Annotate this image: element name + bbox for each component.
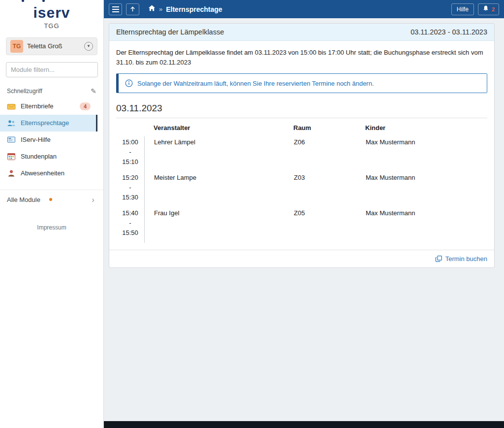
notification-count-badge: 2	[492, 6, 495, 12]
all-modules-link[interactable]: Alle Module ›	[0, 190, 103, 209]
quick-access-label: Schnellzugriff	[7, 88, 42, 95]
timetable-icon	[7, 152, 16, 161]
info-alert: Solange der Wahlzeitraum läuft, können S…	[116, 73, 487, 93]
slot-start-time: 15:00	[122, 138, 138, 147]
notification-dot-icon	[49, 198, 52, 201]
sidebar-item-stundenplan[interactable]: Stundenplan	[0, 148, 97, 165]
slot-end-time: 15:30	[122, 194, 138, 202]
chevron-right-icon: ›	[92, 196, 94, 204]
day-heading: 03.11.2023	[116, 103, 487, 114]
sidebar-item-label: Elternsprechtage	[21, 119, 69, 127]
schedule-row: 15:20 - 15:30 Meister Lampe Z03 Max Must…	[116, 172, 487, 207]
sidebar-item-elternsprechtage[interactable]: Elternsprechtage	[0, 115, 97, 132]
time-separator: -	[129, 148, 131, 157]
main-content: Elternsprechtag der Lämpelklasse 03.11.2…	[104, 18, 504, 421]
slot-start-time: 15:40	[122, 209, 138, 218]
time-separator: -	[129, 219, 131, 228]
info-alert-text: Solange der Wahlzeitraum läuft, können S…	[137, 80, 374, 87]
sidebar-item-iserv-hilfe[interactable]: IServ-Hilfe	[0, 132, 97, 148]
absence-icon	[7, 169, 16, 178]
book-appointment-link[interactable]: Termin buchen	[435, 255, 487, 263]
slot-start-time: 15:20	[122, 174, 138, 182]
panel-description: Der Elternsprechtag der Lämpelklasse fin…	[116, 48, 487, 67]
letters-icon	[7, 102, 16, 111]
slot-raum: Z03	[294, 174, 366, 207]
user-name: Teletta Groß	[27, 42, 80, 50]
slot-kinder: Max Mustermann	[366, 138, 487, 172]
chevron-down-icon: ▼	[84, 42, 93, 51]
home-icon[interactable]	[148, 4, 156, 14]
book-appointment-label: Termin buchen	[445, 255, 487, 263]
help-button[interactable]: Hilfe	[451, 3, 474, 15]
breadcrumb-separator: »	[159, 5, 162, 13]
top-navigation-bar: » Elternsprechtage Hilfe 2	[104, 0, 504, 18]
iserv-logo[interactable]: iserv	[0, 0, 103, 21]
schedule-header-row: Veranstalter Raum Kinder	[116, 120, 487, 136]
sidebar: iserv TGG TG Teletta Groß ▼ Schnellzugri…	[0, 0, 104, 428]
elternsprechtag-panel: Elternsprechtag der Lämpelklasse 03.11.2…	[109, 23, 495, 268]
help-screen-icon	[7, 135, 16, 144]
slot-kinder: Max Mustermann	[366, 209, 487, 243]
all-modules-label: Alle Module	[7, 196, 40, 203]
sidebar-item-elternbriefe[interactable]: Elternbriefe 4	[0, 98, 97, 115]
schedule-row: 15:00 - 15:10 Lehrer Lämpel Z06 Max Must…	[116, 136, 487, 172]
breadcrumb: » Elternsprechtage	[148, 4, 222, 14]
slot-veranstalter: Meister Lampe	[154, 174, 294, 207]
booking-copy-icon	[435, 255, 442, 263]
page-title[interactable]: Elternsprechtage	[166, 5, 222, 13]
time-separator: -	[129, 184, 131, 192]
slot-kinder: Max Mustermann	[366, 174, 487, 207]
schedule-row: 15:40 - 15:50 Frau Igel Z05 Max Musterma…	[116, 207, 487, 243]
slot-end-time: 15:50	[122, 229, 138, 237]
divider	[116, 118, 487, 118]
footer-bar	[104, 421, 504, 428]
column-header-raum: Raum	[293, 124, 365, 132]
iserv-logo-text: iserv	[33, 5, 70, 21]
edit-pencil-icon[interactable]: ✎	[91, 87, 96, 95]
sidebar-item-label: Elternbriefe	[21, 102, 53, 110]
panel-title: Elternsprechtag der Lämpelklasse	[116, 28, 224, 36]
sidebar-item-abwesenheiten[interactable]: Abwesenheiten	[0, 165, 97, 182]
avatar: TG	[10, 40, 23, 53]
slot-veranstalter: Lehrer Lämpel	[154, 138, 294, 172]
sidebar-item-label: Stundenplan	[21, 153, 57, 160]
sidebar-item-label: Abwesenheiten	[21, 169, 64, 177]
notifications-button[interactable]: 2	[478, 3, 499, 15]
scroll-top-button[interactable]	[126, 3, 139, 15]
sidebar-item-label: IServ-Hilfe	[21, 136, 51, 143]
column-header-kinder: Kinder	[365, 124, 487, 132]
slot-raum: Z06	[294, 138, 366, 172]
menu-toggle-button[interactable]	[109, 3, 122, 15]
panel-date-range: 03.11.2023 - 03.11.2023	[410, 28, 487, 36]
module-filter-input[interactable]	[6, 62, 98, 77]
logo-dot-icon	[42, 0, 45, 2]
slot-raum: Z05	[294, 209, 366, 243]
info-icon	[125, 79, 133, 87]
column-header-veranstalter: Veranstalter	[154, 124, 293, 132]
logo-dot-icon	[22, 0, 24, 2]
slot-end-time: 15:10	[122, 158, 138, 166]
bell-icon	[482, 5, 489, 14]
organization-label: TGG	[0, 22, 103, 30]
unread-badge: 4	[80, 102, 91, 110]
user-menu[interactable]: TG Teletta Groß ▼	[6, 37, 97, 55]
people-icon	[7, 119, 16, 128]
impressum-link[interactable]: Impressum	[0, 224, 103, 231]
sidebar-menu: Elternbriefe 4 Elternsprechtage IServ-Hi…	[0, 98, 103, 182]
slot-veranstalter: Frau Igel	[154, 209, 294, 243]
